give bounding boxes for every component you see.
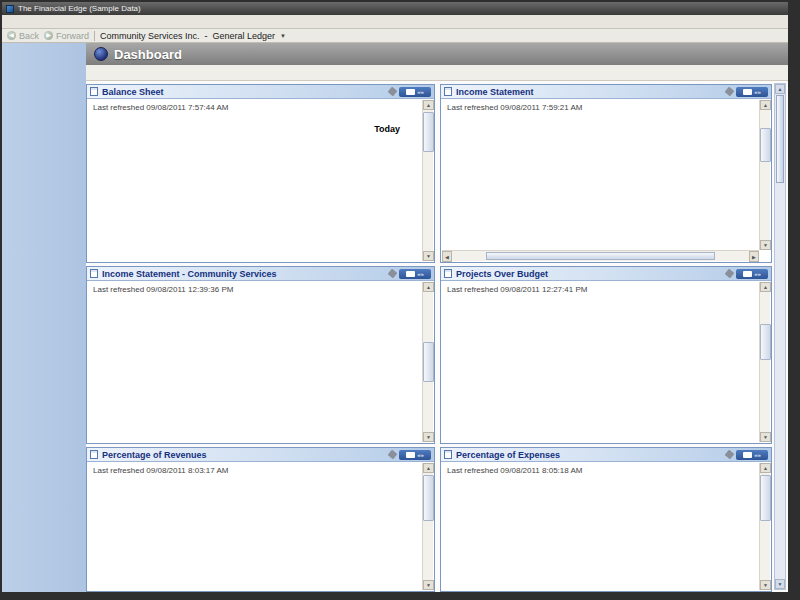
scroll-down-icon[interactable]: ▼ [423, 580, 434, 590]
pie-chart-revenues [93, 480, 418, 590]
context-selector[interactable]: Community Services Inc. [100, 31, 200, 41]
scroll-up-icon[interactable]: ▲ [423, 282, 434, 292]
scroll-down-icon[interactable]: ▼ [760, 580, 771, 590]
back-button[interactable]: ◀ Back [7, 31, 39, 41]
panel-income-chart: Income Statement - Community Services «»… [86, 266, 435, 444]
panel-header[interactable]: Income Statement «» [441, 85, 771, 99]
scrollbar-vertical[interactable]: ▲ ▼ [422, 463, 433, 590]
scroll-thumb[interactable] [423, 475, 434, 521]
module-selector[interactable]: General Ledger [213, 31, 276, 41]
panel-area: Balance Sheet «» Last refreshed 09/08/20… [86, 81, 788, 592]
scrollbar-vertical[interactable]: ▲ ▼ [759, 463, 770, 590]
divider [94, 31, 95, 41]
window-icon [743, 89, 752, 95]
scrollbar-main[interactable]: ▲ ▼ [774, 83, 786, 590]
window-icon [406, 452, 415, 458]
scroll-up-icon[interactable]: ▲ [423, 100, 434, 110]
back-arrow-icon: ◀ [7, 31, 16, 40]
last-refreshed: Last refreshed 09/08/2011 7:57:44 AM [93, 103, 418, 112]
panel-controls[interactable]: «» [399, 269, 431, 279]
context-separator: - [205, 31, 208, 41]
scroll-up-icon[interactable]: ▲ [423, 463, 434, 473]
title-bar: The Financial Edge (Sample Data) [2, 2, 788, 15]
panel-controls[interactable]: «» [399, 87, 431, 97]
last-refreshed: Last refreshed 09/08/2011 7:59:21 AM [447, 103, 755, 112]
scroll-down-icon[interactable]: ▼ [760, 432, 771, 442]
scroll-left-icon[interactable]: ◀ [442, 251, 452, 262]
document-icon [444, 269, 452, 278]
scrollbar-vertical[interactable]: ▲ ▼ [759, 100, 770, 250]
pin-icon[interactable] [388, 450, 398, 460]
scroll-thumb[interactable] [760, 475, 771, 521]
window-title: The Financial Edge (Sample Data) [18, 4, 141, 13]
last-refreshed: Last refreshed 09/08/2011 8:03:17 AM [93, 466, 418, 475]
panel-header[interactable]: Percentage of Revenues «» [87, 448, 434, 462]
document-icon [90, 269, 98, 278]
page-header: Dashboard [86, 43, 788, 65]
dashboard-globe-icon [94, 47, 108, 61]
panel-percentage-of-expenses: Percentage of Expenses «» Last refreshed… [440, 447, 772, 592]
bar-chart [93, 299, 418, 437]
panel-header[interactable]: Percentage of Expenses «» [441, 448, 771, 462]
app-icon [6, 5, 14, 13]
scroll-down-icon[interactable]: ▼ [423, 432, 434, 442]
scroll-down-icon[interactable]: ▼ [423, 251, 434, 261]
document-icon [444, 450, 452, 459]
screen: The Financial Edge (Sample Data) ◀ Back … [0, 0, 800, 600]
forward-arrow-icon: ▶ [44, 31, 53, 40]
scroll-up-icon[interactable]: ▲ [760, 282, 771, 292]
pin-icon[interactable] [725, 87, 735, 97]
page-title: Dashboard [114, 47, 182, 62]
pin-icon[interactable] [725, 450, 735, 460]
panel-projects-over-budget: Projects Over Budget «» Last refreshed 0… [440, 266, 772, 444]
document-icon [444, 87, 452, 96]
panel-percentage-of-revenues: Percentage of Revenues «» Last refreshed… [86, 447, 435, 592]
pie-chart-expenses [447, 480, 755, 590]
panel-header[interactable]: Projects Over Budget «» [441, 267, 771, 281]
scroll-thumb[interactable] [486, 252, 714, 260]
panel-controls[interactable]: «» [736, 87, 768, 97]
scroll-thumb[interactable] [423, 342, 434, 382]
menu-bar [2, 15, 788, 29]
window-icon [406, 271, 415, 277]
window-icon [743, 452, 752, 458]
scrollbar-vertical[interactable]: ▲ ▼ [422, 282, 433, 442]
scroll-right-icon[interactable]: ▶ [749, 251, 759, 262]
panel-income-statement: Income Statement «» Last refreshed 09/08… [440, 84, 772, 263]
scrollbar-horizontal[interactable]: ◀ ▶ [442, 250, 759, 261]
scroll-thumb[interactable] [760, 128, 771, 162]
window-icon [406, 89, 415, 95]
scrollbar-vertical[interactable]: ▲ ▼ [422, 100, 433, 261]
dashboard-toolbar [86, 65, 788, 81]
last-refreshed: Last refreshed 09/08/2011 12:39:36 PM [93, 285, 418, 294]
scroll-up-icon[interactable]: ▲ [760, 463, 771, 473]
document-icon [90, 450, 98, 459]
panel-controls[interactable]: «» [399, 450, 431, 460]
scroll-thumb[interactable] [760, 324, 771, 360]
scroll-up-icon[interactable]: ▲ [775, 84, 785, 94]
document-icon [90, 87, 98, 96]
scrollbar-vertical[interactable]: ▲ ▼ [759, 282, 770, 442]
panel-balance-sheet: Balance Sheet «» Last refreshed 09/08/20… [86, 84, 435, 263]
last-refreshed: Last refreshed 09/08/2011 12:27:41 PM [447, 285, 755, 294]
scroll-down-icon[interactable]: ▼ [775, 579, 785, 589]
nav-bar: ◀ Back ▶ Forward Community Services Inc.… [2, 29, 788, 43]
scroll-down-icon[interactable]: ▼ [760, 240, 771, 250]
panel-header[interactable]: Balance Sheet «» [87, 85, 434, 99]
pin-icon[interactable] [725, 269, 735, 279]
panel-controls[interactable]: «» [736, 450, 768, 460]
scroll-up-icon[interactable]: ▲ [760, 100, 771, 110]
panel-controls[interactable]: «» [736, 269, 768, 279]
pin-icon[interactable] [388, 269, 398, 279]
sidebar [2, 43, 86, 592]
chevron-down-icon: ▼ [280, 33, 286, 39]
forward-button[interactable]: ▶ Forward [44, 31, 89, 41]
pin-icon[interactable] [388, 87, 398, 97]
scroll-thumb[interactable] [423, 112, 434, 152]
window-icon [743, 271, 752, 277]
panel-header[interactable]: Income Statement - Community Services «» [87, 267, 434, 281]
scroll-thumb[interactable] [776, 95, 784, 183]
column-header-today: Today [93, 124, 418, 134]
last-refreshed: Last refreshed 09/08/2011 8:05:18 AM [447, 466, 755, 475]
